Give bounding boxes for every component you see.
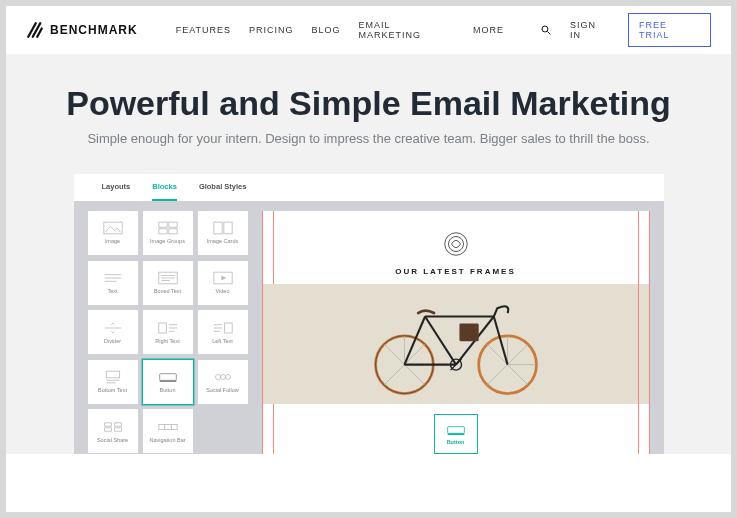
block-divider[interactable]: Divider	[88, 310, 138, 354]
text-icon	[103, 271, 123, 285]
svg-rect-39	[114, 423, 121, 426]
block-label: Left Text	[212, 338, 233, 344]
block-text[interactable]: Text	[88, 261, 138, 305]
hero: Powerful and Simple Email Marketing Simp…	[6, 54, 731, 454]
block-label: Video	[216, 288, 230, 294]
hero-title: Powerful and Simple Email Marketing	[6, 84, 731, 123]
block-label: Navigation Bar	[149, 437, 185, 443]
sign-in-link[interactable]: SIGN IN	[570, 20, 610, 40]
email-canvas[interactable]: OUR LATEST FRAMES	[262, 211, 650, 454]
svg-rect-40	[104, 428, 111, 431]
tab-global-styles[interactable]: Global Styles	[199, 174, 247, 201]
right-text-icon	[158, 321, 178, 335]
nav-email-marketing[interactable]: EMAIL MARKETING	[359, 20, 455, 40]
block-label: Bottom Text	[98, 387, 127, 393]
block-video[interactable]: Video	[198, 261, 248, 305]
svg-rect-38	[104, 423, 111, 426]
nav-pricing[interactable]: PRICING	[249, 25, 294, 35]
block-navigation-bar[interactable]: Navigation Bar	[143, 409, 193, 453]
block-label: Divider	[104, 338, 121, 344]
editor-body: Image Image Groups Image Cards Text	[74, 201, 664, 454]
svg-rect-11	[223, 223, 231, 235]
block-label: Text	[107, 288, 117, 294]
svg-rect-8	[158, 229, 166, 234]
svg-line-51	[383, 365, 404, 386]
block-left-text[interactable]: Left Text	[198, 310, 248, 354]
left-text-icon	[213, 321, 233, 335]
search-icon[interactable]	[540, 24, 552, 36]
email-editor: Layouts Blocks Global Styles Image Image…	[74, 174, 664, 454]
svg-line-67	[425, 317, 456, 365]
divider-icon	[103, 321, 123, 335]
block-social-follow[interactable]: Social Follow	[198, 360, 248, 404]
svg-line-4	[547, 31, 550, 34]
top-nav: BENCHMARK FEATURES PRICING BLOG EMAIL MA…	[6, 6, 731, 54]
svg-rect-22	[158, 323, 166, 333]
svg-line-59	[507, 365, 528, 386]
svg-rect-7	[168, 223, 176, 228]
social-follow-icon	[213, 370, 233, 384]
tab-layouts[interactable]: Layouts	[102, 174, 131, 201]
dropped-block-label: Button	[447, 439, 465, 445]
free-trial-button[interactable]: FREE TRIAL	[628, 13, 711, 47]
brand-crest-icon	[441, 229, 471, 259]
hero-image	[263, 284, 649, 404]
boxed-text-icon	[158, 271, 178, 285]
canvas-content: OUR LATEST FRAMES	[263, 211, 649, 454]
svg-rect-70	[459, 323, 478, 341]
svg-rect-30	[106, 371, 119, 378]
block-button[interactable]: Button	[143, 360, 193, 404]
hero-subtitle: Simple enough for your intern. Design to…	[6, 131, 731, 146]
block-label: Social Share	[97, 437, 128, 443]
benchmark-icon	[26, 21, 44, 39]
editor-tabs: Layouts Blocks Global Styles	[74, 174, 664, 201]
svg-point-3	[542, 26, 548, 32]
nav-more[interactable]: MORE	[473, 25, 504, 35]
svg-rect-9	[168, 229, 176, 234]
svg-rect-10	[213, 223, 221, 235]
video-icon	[213, 271, 233, 285]
svg-rect-26	[224, 323, 232, 333]
block-image-groups[interactable]: Image Groups	[143, 211, 193, 255]
svg-marker-20	[221, 276, 226, 281]
brand-logo[interactable]: BENCHMARK	[26, 21, 138, 39]
svg-point-37	[225, 375, 230, 380]
navigation-bar-icon	[158, 420, 178, 434]
svg-rect-33	[159, 374, 176, 381]
svg-rect-6	[158, 223, 166, 228]
svg-point-36	[220, 375, 225, 380]
blocks-palette: Image Image Groups Image Cards Text	[88, 211, 248, 454]
block-image-cards[interactable]: Image Cards	[198, 211, 248, 255]
image-groups-icon	[158, 221, 178, 235]
svg-line-54	[404, 344, 425, 365]
block-boxed-text[interactable]: Boxed Text	[143, 261, 193, 305]
svg-line-58	[486, 365, 507, 386]
button-icon	[158, 370, 178, 384]
page: BENCHMARK FEATURES PRICING BLOG EMAIL MA…	[6, 6, 731, 512]
svg-rect-34	[159, 381, 176, 383]
svg-point-35	[215, 375, 220, 380]
svg-rect-72	[447, 433, 464, 435]
canvas-heading: OUR LATEST FRAMES	[263, 267, 649, 276]
image-icon	[103, 221, 123, 235]
block-label: Social Follow	[206, 387, 238, 393]
svg-line-61	[507, 344, 528, 365]
svg-rect-41	[114, 428, 121, 431]
block-right-text[interactable]: Right Text	[143, 310, 193, 354]
block-social-share[interactable]: Social Share	[88, 409, 138, 453]
block-bottom-text[interactable]: Bottom Text	[88, 360, 138, 404]
svg-line-53	[383, 344, 404, 365]
tab-blocks[interactable]: Blocks	[152, 174, 177, 201]
block-label: Image Cards	[207, 238, 239, 244]
nav-features[interactable]: FEATURES	[176, 25, 231, 35]
svg-point-46	[448, 237, 463, 252]
brand-name: BENCHMARK	[50, 23, 138, 37]
dropped-button-block[interactable]: Button	[434, 414, 478, 454]
block-image[interactable]: Image	[88, 211, 138, 255]
block-label: Button	[160, 387, 176, 393]
image-cards-icon	[213, 221, 233, 235]
nav-blog[interactable]: BLOG	[312, 25, 341, 35]
svg-rect-71	[447, 427, 464, 434]
block-label: Right Text	[155, 338, 179, 344]
social-share-icon	[103, 420, 123, 434]
